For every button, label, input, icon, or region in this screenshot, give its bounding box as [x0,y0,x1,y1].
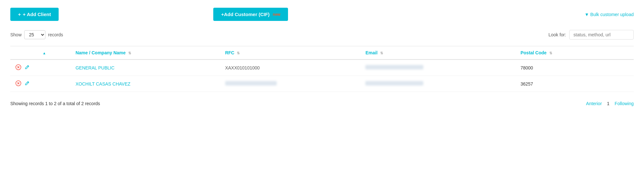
delete-icon[interactable] [15,80,21,87]
new-badge: new [273,12,280,17]
sort-rfc-icon: ⇅ [237,51,240,55]
cell-email-1 [360,59,515,76]
customers-table-wrapper: ▲ Name / Company Name ⇅ RFC ⇅ Email ⇅ [10,46,634,92]
col-header-rfc[interactable]: RFC ⇅ [220,46,360,59]
sort-email-icon: ⇅ [380,51,383,55]
cell-name-2: XOCHILT CASAS CHAVEZ [70,76,220,92]
records-per-page-select[interactable]: 10 25 50 100 [24,30,45,39]
col-header-actions [10,46,36,59]
email-blurred-2 [365,81,423,86]
col-header-postal[interactable]: Postal Code ⇅ [515,46,610,59]
cell-actions-2 [10,76,36,92]
table-footer: Showing records 1 to 2 of a total of 2 r… [10,98,634,106]
table-row: GENERAL PUBLIC XAXX010101000 78000 [10,59,634,76]
cell-sort-2 [36,76,70,92]
show-label: Show [10,32,22,37]
cell-postal-2: 36257 [515,76,610,92]
cell-rfc-2 [220,76,360,92]
cell-postal-1: 78000 [515,59,610,76]
cell-email-2 [360,76,515,92]
bulk-upload-button[interactable]: ▼ Bulk customer upload [585,12,634,17]
customers-table: ▲ Name / Company Name ⇅ RFC ⇅ Email ⇅ [10,46,634,92]
sort-name-icon: ⇅ [128,51,131,55]
rfc-blurred-2 [225,81,277,86]
add-customer-button[interactable]: +Add Customer (CIF) new [213,8,288,21]
pagination: Anterior 1 Following [586,101,634,106]
showing-text: Showing records 1 to 2 of a total of 2 r… [10,101,100,106]
col-header-email[interactable]: Email ⇅ [360,46,515,59]
records-label: records [48,32,63,37]
look-for-label: Look for: [549,32,566,37]
plus-icon: + [18,12,21,17]
col-header-extra [610,46,634,59]
col-header-sort[interactable]: ▲ [36,46,70,59]
cell-sort-1 [36,59,70,76]
bulk-upload-label: ▼ Bulk customer upload [585,12,634,17]
sort-up-icon: ▲ [43,51,46,55]
edit-icon[interactable] [24,65,30,71]
cell-name-1: GENERAL PUBLIC [70,59,220,76]
current-page: 1 [607,101,610,106]
sort-postal-icon: ⇅ [549,51,552,55]
add-customer-label: +Add Customer (CIF) [221,12,269,17]
email-blurred-1 [365,65,423,69]
look-for-input[interactable] [569,30,634,40]
table-row: XOCHILT CASAS CHAVEZ 36257 [10,76,634,92]
add-client-button[interactable]: + + Add Client [10,8,59,21]
edit-icon[interactable] [24,81,30,87]
anterior-button[interactable]: Anterior [586,101,602,106]
col-header-name[interactable]: Name / Company Name ⇅ [70,46,220,59]
delete-icon[interactable] [15,64,21,71]
add-client-label: + Add Client [23,12,51,17]
cell-rfc-1: XAXX010101000 [220,59,360,76]
following-button[interactable]: Following [615,101,634,106]
cell-actions-1 [10,59,36,76]
